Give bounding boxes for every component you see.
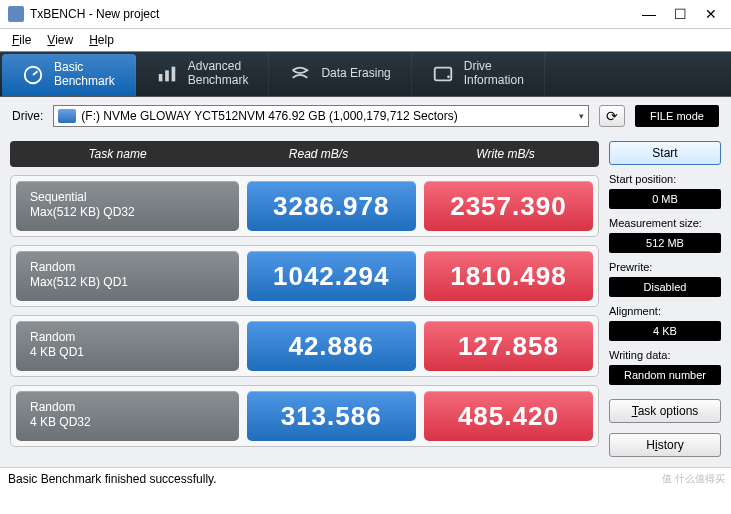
task-random-512-qd1[interactable]: Random Max(512 KB) QD1 [16,251,239,301]
svg-rect-3 [165,70,169,81]
erase-icon [289,63,311,85]
prewrite-value[interactable]: Disabled [609,277,721,297]
result-row: Random Max(512 KB) QD1 1042.294 1810.498 [10,245,599,307]
read-value: 1042.294 [247,251,416,301]
drive-select[interactable]: (F:) NVMe GLOWAY YCT512NVM 476.92 GB (1,… [53,105,589,127]
svg-rect-2 [158,74,162,81]
result-row: Random 4 KB QD1 42.886 127.858 [10,315,599,377]
tab-label: Basic Benchmark [54,61,115,89]
bars-icon [156,63,178,85]
writing-data-label: Writing data: [609,349,721,361]
close-button[interactable]: ✕ [705,6,717,22]
col-write: Write mB/s [412,141,599,167]
alignment-value[interactable]: 4 KB [609,321,721,341]
table-header: Task name Read mB/s Write mB/s [10,141,599,167]
reload-icon: ⟳ [606,108,618,124]
read-value: 313.586 [247,391,416,441]
write-value: 1810.498 [424,251,593,301]
measurement-size-value[interactable]: 512 MB [609,233,721,253]
write-value: 127.858 [424,321,593,371]
prewrite-label: Prewrite: [609,261,721,273]
task-random-4k-qd32[interactable]: Random 4 KB QD32 [16,391,239,441]
status-bar: Basic Benchmark finished successfully. [0,467,731,490]
minimize-button[interactable]: — [642,6,656,22]
chevron-down-icon: ▾ [579,111,584,121]
writing-data-value[interactable]: Random number [609,365,721,385]
gauge-icon [22,64,44,86]
alignment-label: Alignment: [609,305,721,317]
tab-label: Drive Information [464,60,524,88]
result-row: Sequential Max(512 KB) QD32 3286.978 235… [10,175,599,237]
svg-point-6 [447,75,450,78]
start-position-value[interactable]: 0 MB [609,189,721,209]
start-position-label: Start position: [609,173,721,185]
task-options-button[interactable]: Task options [609,399,721,423]
result-row: Random 4 KB QD32 313.586 485.420 [10,385,599,447]
menu-view[interactable]: View [41,31,79,49]
col-task: Task name [10,141,225,167]
drive-label: Drive: [12,109,43,123]
col-read: Read mB/s [225,141,412,167]
tab-basic-benchmark[interactable]: Basic Benchmark [2,54,136,96]
svg-line-1 [33,71,38,75]
read-value: 3286.978 [247,181,416,231]
drive-selected-text: (F:) NVMe GLOWAY YCT512NVM 476.92 GB (1,… [81,109,574,123]
maximize-button[interactable]: ☐ [674,6,687,22]
task-sequential-qd32[interactable]: Sequential Max(512 KB) QD32 [16,181,239,231]
app-icon [8,6,24,22]
reload-button[interactable]: ⟳ [599,105,625,127]
tab-drive-information[interactable]: Drive Information [412,52,545,96]
svg-rect-5 [435,68,452,81]
tab-advanced-benchmark[interactable]: Advanced Benchmark [136,52,270,96]
tab-label: Advanced Benchmark [188,60,249,88]
write-value: 485.420 [424,391,593,441]
drive-disk-icon [58,109,76,123]
file-mode-button[interactable]: FILE mode [635,105,719,127]
tab-label: Data Erasing [321,67,390,81]
write-value: 2357.390 [424,181,593,231]
measurement-size-label: Measurement size: [609,217,721,229]
tab-data-erasing[interactable]: Data Erasing [269,52,411,96]
menu-file[interactable]: File [6,31,37,49]
read-value: 42.886 [247,321,416,371]
window-title: TxBENCH - New project [30,7,642,21]
menu-help[interactable]: Help [83,31,120,49]
svg-rect-4 [171,67,175,82]
start-button[interactable]: Start [609,141,721,165]
drive-icon [432,63,454,85]
task-random-4k-qd1[interactable]: Random 4 KB QD1 [16,321,239,371]
history-button[interactable]: History [609,433,721,457]
